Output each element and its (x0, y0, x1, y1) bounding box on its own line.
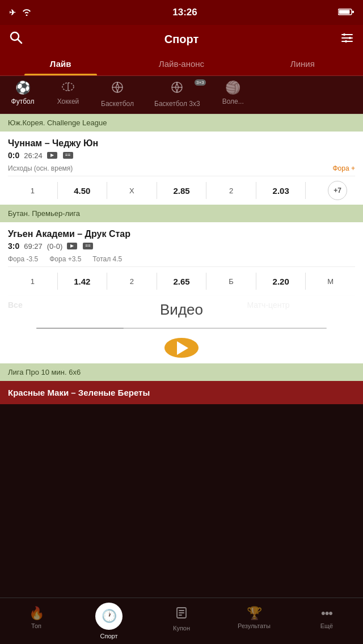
svg-point-8 (343, 33, 345, 36)
video-play-button[interactable] (164, 338, 199, 358)
odds2-b-value[interactable]: 2.20 (256, 277, 306, 286)
filter-icon[interactable] (340, 31, 354, 47)
trophy-icon: 🏆 (247, 606, 262, 621)
bottom-tab-more[interactable]: ••• Ещё (290, 601, 363, 632)
total: Тотал 4.5 (92, 255, 122, 263)
volleyball-icon: 🏐 (225, 80, 240, 95)
bottom-tab-results-label: Результаты (238, 622, 271, 629)
svg-point-9 (349, 37, 351, 39)
odds-x-label: X (107, 187, 157, 195)
bet-type-1: Исходы (осн. время) (8, 164, 73, 172)
status-bar: ✈ 13:26 (0, 0, 363, 25)
video-progress-fill (36, 328, 124, 329)
odds-2-value[interactable]: 2.03 (256, 186, 306, 196)
airplane-icon: ✈ (9, 8, 16, 17)
bottom-tab-sport-label: Спорт (100, 633, 118, 639)
match-1-odds: 1 4.50 X 2.85 2 2.03 1 +7 (8, 176, 355, 205)
basketball-icon (111, 80, 124, 98)
match-2-odds: 1 1.42 2 2.65 Б 2.20 М (8, 267, 355, 295)
bottom-tab-kupon-label: Купон (173, 625, 190, 632)
video-overlay-wrapper: Все Матч-центр Видео (0, 295, 363, 363)
sport-tab-basketball3x3[interactable]: 3×3 Баскетбол 3х3 (144, 76, 210, 113)
sport-tab-hockey-label: Хоккей (57, 98, 79, 105)
video-progress-bar[interactable] (36, 328, 327, 329)
svg-rect-1 (339, 10, 349, 14)
league-name-2: Бутан. Премьер-лига (8, 209, 80, 218)
match-2-teams: Угьен Академи – Друк Стар (8, 229, 355, 239)
odds2-b-label: Б (206, 277, 256, 286)
sport-tab-vole[interactable]: 🏐 Воле... (210, 76, 256, 113)
tab-liniya[interactable]: Линия (242, 53, 363, 75)
sport-tab-football[interactable]: ⚽ Футбол (0, 76, 45, 113)
main-tabs: Лайв Лайв-анонс Линия (0, 53, 363, 76)
basketball3x3-icon (170, 80, 184, 98)
bottom-navigation: 🔥 Топ 🕐 Спорт Купон 🏆 Результаты ••• Ещё (0, 598, 363, 644)
svg-line-4 (18, 39, 22, 43)
odds-x-value[interactable]: 2.85 (157, 186, 206, 196)
status-time: 13:26 (172, 7, 197, 18)
stats-icon-1: ≡≡ (63, 152, 73, 159)
odds2-2-value[interactable]: 2.65 (157, 277, 206, 286)
match-2-score-row: 3:0 69:27 (0-0) ▶ ≡≡ (8, 242, 355, 251)
sport-tab-basketball-label: Баскетбол (101, 100, 134, 108)
match-1-time: 26:24 (24, 151, 43, 160)
match-2-bet-labels: Фора -3.5 Фора +3.5 Тотал 4.5 (8, 255, 355, 267)
red-match-row[interactable]: Красные Маки – Зеленые Береты (0, 381, 363, 404)
bottom-tab-results[interactable]: 🏆 Результаты (218, 601, 290, 632)
match-1-teams: Чуннам – Чеджу Юн (8, 138, 355, 149)
fora-minus: Фора -3.5 (8, 255, 38, 263)
league-name-1: Юж.Корея. Challenge League (8, 118, 107, 127)
odds-1-value[interactable]: 4.50 (58, 186, 107, 196)
more-icon: ••• (321, 606, 332, 621)
status-icons-left: ✈ (9, 8, 32, 18)
tab-live[interactable]: Лайв (0, 53, 121, 75)
odds2-1-value[interactable]: 1.42 (58, 277, 107, 286)
match-1-score-row: 0:0 26:24 ▶ ≡≡ (8, 151, 355, 160)
3x3-badge: 3×3 (195, 79, 206, 86)
liga-text: Лига Про 10 мин. 6х6 (8, 368, 81, 376)
stats-icon-2: ≡≡ (83, 243, 93, 249)
red-match-title: Красные Маки – Зеленые Береты (8, 388, 355, 397)
sport-tab-basketball[interactable]: Баскетбол (91, 76, 144, 113)
video-overlay: Видео (0, 295, 363, 363)
coupon-icon (175, 606, 188, 623)
match-1-details: Чуннам – Чеджу Юн 0:0 26:24 ▶ ≡≡ Исходы … (0, 132, 363, 205)
wifi-icon (22, 8, 32, 18)
match-card-2: Угьен Академи – Друк Стар 3:0 69:27 (0-0… (0, 222, 363, 363)
hockey-icon (61, 80, 75, 95)
fire-icon: 🔥 (29, 606, 44, 621)
battery-icon (338, 8, 354, 18)
league-header-2: Бутан. Премьер-лига (0, 205, 363, 222)
status-battery (338, 8, 354, 18)
content-area: Юж.Корея. Challenge League Чуннам – Чедж… (0, 114, 363, 451)
sport-tab-basketball3x3-label: Баскетбол 3х3 (154, 100, 200, 108)
tab-live-anons[interactable]: Лайв-анонс (121, 53, 242, 75)
header: Спорт (0, 25, 363, 53)
league-header-1: Юж.Корея. Challenge League (0, 114, 363, 132)
match-1-bet-label: Исходы (осн. время) Фора + (8, 164, 355, 176)
match-2-details: Угьен Академи – Друк Стар 3:0 69:27 (0-0… (0, 222, 363, 295)
search-icon[interactable] (9, 31, 23, 48)
match-card-1: Чуннам – Чеджу Юн 0:0 26:24 ▶ ≡≡ Исходы … (0, 132, 363, 205)
odds2-1-label: 1 (8, 277, 57, 286)
bottom-tab-sport[interactable]: 🕐 Спорт (73, 598, 145, 642)
odds-1-label: 1 (8, 187, 57, 195)
svg-rect-2 (352, 11, 354, 13)
sport-tab-hockey[interactable]: Хоккей (45, 76, 91, 113)
match-2-score: 3:0 (8, 242, 19, 251)
video-label: Видео (160, 301, 203, 319)
clock-icon: 🕐 (102, 609, 117, 624)
match-1-score: 0:0 (8, 151, 19, 160)
bottom-tab-top[interactable]: 🔥 Топ (0, 601, 73, 632)
play-triangle-icon (177, 341, 188, 355)
fora-label-1: Фора + (333, 164, 356, 172)
sport-tab-vole-label: Воле... (222, 98, 244, 105)
sport-tabs: ⚽ Футбол Хоккей Баскетбол 3×3 Баскет (0, 76, 363, 114)
bottom-tab-kupon[interactable]: Купон (145, 601, 218, 634)
more-badge-1[interactable]: +7 (328, 181, 347, 200)
sport-circle: 🕐 (95, 603, 123, 630)
odds-2-label: 2 (206, 187, 256, 195)
match-2-time: 69:27 (24, 242, 43, 251)
page-title: Спорт (164, 33, 199, 46)
liga-section: Лига Про 10 мин. 6х6 (0, 363, 363, 381)
